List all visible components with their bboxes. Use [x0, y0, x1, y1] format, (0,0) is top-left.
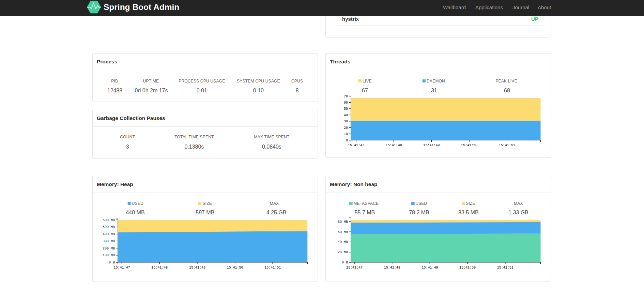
svg-text:40: 40	[344, 113, 348, 117]
svg-text:15:41:49: 15:41:49	[189, 266, 205, 270]
svg-text:15:41:51: 15:41:51	[264, 266, 281, 270]
svg-text:500 MB: 500 MB	[103, 225, 115, 229]
svg-text:15:41:50: 15:41:50	[227, 266, 243, 270]
svg-text:600 MB: 600 MB	[103, 218, 115, 222]
svg-text:15:41:48: 15:41:48	[384, 266, 400, 270]
svg-text:20: 20	[344, 126, 348, 130]
svg-text:15:41:49: 15:41:49	[423, 143, 440, 147]
svg-text:15:41:47: 15:41:47	[113, 266, 130, 270]
svg-text:0 B: 0 B	[109, 261, 115, 264]
svg-text:100 MB: 100 MB	[103, 254, 115, 257]
svg-text:15:41:48: 15:41:48	[386, 143, 402, 147]
svg-text:10: 10	[344, 132, 348, 136]
svg-text:15:41:50: 15:41:50	[459, 266, 476, 270]
svg-text:40 MB: 40 MB	[338, 240, 348, 244]
svg-text:20 MB: 20 MB	[338, 250, 348, 254]
svg-text:70: 70	[344, 95, 348, 98]
svg-text:15:41:47: 15:41:47	[346, 266, 363, 270]
svg-text:15:41:47: 15:41:47	[348, 143, 364, 147]
svg-text:15:41:50: 15:41:50	[461, 143, 477, 147]
svg-text:15:41:51: 15:41:51	[497, 266, 513, 270]
svg-text:15:41:51: 15:41:51	[499, 143, 515, 147]
svg-text:30: 30	[344, 120, 348, 123]
svg-text:60: 60	[344, 101, 348, 105]
svg-text:0: 0	[346, 139, 348, 142]
svg-text:15:41:49: 15:41:49	[421, 266, 438, 270]
svg-text:80 MB: 80 MB	[338, 220, 348, 224]
svg-text:300 MB: 300 MB	[103, 240, 115, 243]
svg-text:15:41:48: 15:41:48	[151, 266, 168, 270]
svg-text:400 MB: 400 MB	[103, 232, 115, 236]
svg-text:60 MB: 60 MB	[338, 230, 348, 234]
svg-text:50: 50	[344, 107, 348, 111]
svg-text:200 MB: 200 MB	[103, 247, 115, 250]
svg-text:0 B: 0 B	[342, 261, 348, 264]
